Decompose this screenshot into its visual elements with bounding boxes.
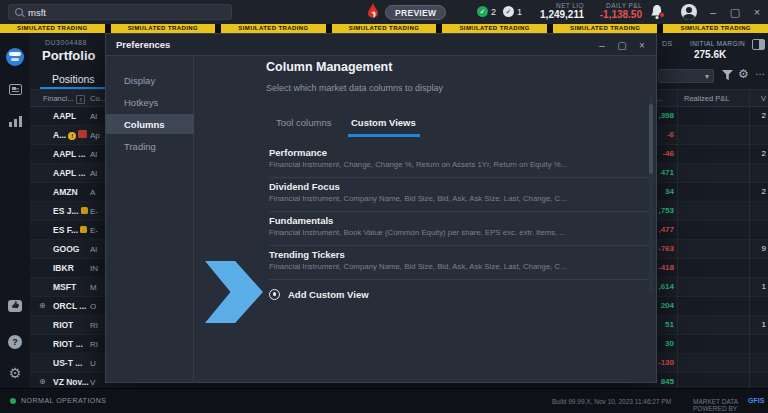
chevron-down-icon: ▾ bbox=[705, 72, 709, 81]
status-indicator-green[interactable]: ✓ 2 bbox=[477, 6, 496, 17]
nav-item-columns[interactable]: Columns bbox=[106, 114, 194, 134]
column-header-financial[interactable]: Financi...↑ bbox=[43, 94, 85, 104]
futures-badge-icon bbox=[80, 226, 87, 233]
window-minimize-button[interactable]: – bbox=[702, 0, 724, 24]
add-icon bbox=[269, 289, 280, 300]
simulated-trading-banner: SIMULATED TRADING SIMULATED TRADING SIMU… bbox=[0, 24, 768, 33]
top-bar: msft PREVIEW ✓ 2 ✓ 1 NET LIQ 1,249,211 D… bbox=[0, 0, 768, 24]
net-liq-stat: NET LIQ 1,249,211 bbox=[532, 2, 584, 21]
left-icon-rail: ? ⚙ bbox=[0, 33, 30, 388]
tab-custom-views[interactable]: Custom Views bbox=[351, 117, 416, 128]
search-input[interactable]: msft bbox=[8, 4, 232, 20]
preview-label: PREVIEW bbox=[395, 8, 436, 18]
net-liq-label: NET LIQ bbox=[556, 2, 584, 9]
add-custom-view-button[interactable]: Add Custom View bbox=[269, 286, 369, 302]
nav-item-trading[interactable]: Trading bbox=[106, 136, 194, 156]
daily-pnl-value: -1,138.50 bbox=[600, 9, 642, 21]
net-liq-value: 1,249,211 bbox=[540, 9, 584, 21]
help-icon[interactable]: ? bbox=[6, 333, 24, 351]
nav-item-hotkeys[interactable]: Hotkeys bbox=[106, 92, 194, 112]
notifications-bell-icon[interactable] bbox=[650, 4, 664, 20]
dialog-close-button[interactable]: × bbox=[632, 34, 652, 56]
banner-segment: SIMULATED TRADING bbox=[442, 24, 547, 33]
account-id: DU3004488 bbox=[45, 39, 87, 46]
search-icon bbox=[15, 8, 23, 16]
column-header-realized-pnl[interactable]: Realized P&L bbox=[684, 94, 729, 103]
column-header-company[interactable]: Co... bbox=[90, 94, 106, 103]
tab-positions[interactable]: Positions bbox=[52, 73, 95, 85]
filter-icon[interactable] bbox=[722, 70, 733, 80]
daily-pnl-label: DAILY P&L bbox=[606, 2, 642, 9]
more-options-icon[interactable]: … bbox=[755, 66, 766, 77]
initial-margin-label: INITIAL MARGIN bbox=[690, 40, 745, 47]
alert-badge-icon bbox=[78, 130, 87, 138]
search-value: msft bbox=[28, 7, 46, 18]
banner-segment: SIMULATED TRADING bbox=[663, 24, 768, 33]
dialog-scrollbar[interactable] bbox=[649, 94, 653, 294]
tab-tool-columns[interactable]: Tool columns bbox=[276, 117, 331, 128]
green-count: 2 bbox=[491, 7, 496, 17]
page-title: Portfolio bbox=[42, 48, 95, 63]
nav-item-display[interactable]: Display bbox=[106, 70, 194, 90]
table-settings-gear-icon[interactable]: ⚙ bbox=[738, 68, 749, 80]
dialog-title: Preferences bbox=[116, 39, 170, 50]
banner-segment: SIMULATED TRADING bbox=[111, 24, 216, 33]
custom-view-performance[interactable]: Performance Financial Instrument, Change… bbox=[269, 145, 651, 178]
monitor-home-icon[interactable] bbox=[6, 48, 24, 66]
banner-segment: SIMULATED TRADING bbox=[553, 24, 658, 33]
operations-status: NORMAL OPERATIONS bbox=[10, 397, 107, 404]
window-maximize-button[interactable]: ▢ bbox=[724, 0, 746, 24]
preferences-nav: Display Hotkeys Columns Trading bbox=[106, 56, 194, 383]
status-ok-dot bbox=[10, 398, 16, 404]
expand-icon[interactable]: ⊕ bbox=[39, 377, 46, 386]
dialog-maximize-button[interactable]: ▢ bbox=[612, 34, 632, 56]
daily-pnl-stat: DAILY P&L -1,138.50 bbox=[596, 2, 642, 21]
dialog-title-bar: Preferences – ▢ × bbox=[106, 34, 656, 56]
check-icon: ✓ bbox=[506, 8, 512, 15]
custom-view-fundamentals[interactable]: Fundamentals Financial Instrument, Book … bbox=[269, 213, 651, 246]
dialog-subheading: Select which market data columns to disp… bbox=[266, 83, 443, 93]
settings-gear-icon[interactable]: ⚙ bbox=[6, 364, 24, 382]
white-count: 1 bbox=[517, 7, 522, 17]
news-icon[interactable] bbox=[6, 80, 24, 98]
initial-margin-value: 275.6K bbox=[694, 49, 726, 60]
preferences-dialog: Preferences – ▢ × Display Hotkeys Column… bbox=[105, 33, 657, 383]
active-tab-underline bbox=[348, 134, 420, 137]
feedback-icon[interactable] bbox=[6, 297, 24, 315]
expand-icon[interactable]: ⊕ bbox=[39, 301, 46, 310]
window-close-button[interactable]: × bbox=[746, 0, 768, 24]
build-info: Build 99.99.X, Nov 10, 2023 11:46:27 PM bbox=[552, 398, 671, 405]
warning-icon: ! bbox=[68, 132, 76, 140]
view-dropdown[interactable]: ▾ bbox=[658, 69, 714, 83]
dialog-heading: Column Management bbox=[266, 60, 392, 74]
user-avatar[interactable] bbox=[681, 4, 697, 20]
banner-segment: SIMULATED TRADING bbox=[0, 24, 105, 33]
preview-button[interactable]: PREVIEW bbox=[385, 5, 446, 20]
layout-panel-icon[interactable] bbox=[752, 39, 765, 50]
banner-segment: SIMULATED TRADING bbox=[332, 24, 437, 33]
futures-badge-icon bbox=[81, 207, 88, 214]
notification-badge bbox=[659, 12, 665, 18]
status-indicator-white[interactable]: ✓ 1 bbox=[503, 6, 522, 17]
status-bar: NORMAL OPERATIONS Build 99.99.X, Nov 10,… bbox=[0, 388, 768, 413]
provider-link[interactable]: GFIS bbox=[748, 397, 764, 404]
banner-segment: SIMULATED TRADING bbox=[221, 24, 326, 33]
partial-header-ds: DS bbox=[662, 40, 673, 47]
sort-asc-icon[interactable]: ↑ bbox=[76, 95, 85, 104]
check-icon: ✓ bbox=[480, 8, 486, 15]
operations-label: NORMAL OPERATIONS bbox=[21, 397, 107, 404]
trading-app-window: msft PREVIEW ✓ 2 ✓ 1 NET LIQ 1,249,211 D… bbox=[0, 0, 768, 413]
charts-icon[interactable] bbox=[6, 112, 24, 130]
custom-view-dividend-focus[interactable]: Dividend Focus Financial Instrument, Com… bbox=[269, 179, 651, 212]
custom-view-trending-tickers[interactable]: Trending Tickers Financial Instrument, C… bbox=[269, 247, 651, 280]
brand-flame-icon bbox=[367, 3, 379, 20]
dialog-minimize-button[interactable]: – bbox=[592, 34, 612, 56]
column-header-value-partial[interactable]: V bbox=[761, 94, 766, 103]
